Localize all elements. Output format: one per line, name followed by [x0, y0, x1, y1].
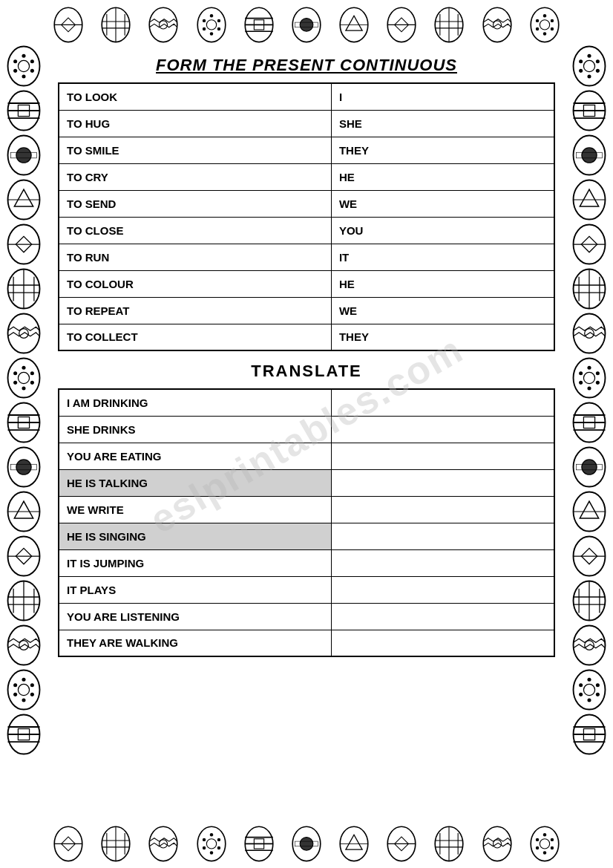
- svg-point-2: [22, 54, 25, 58]
- svg-point-190: [543, 851, 546, 854]
- svg-point-192: [551, 838, 554, 841]
- egg-icon: [243, 825, 275, 862]
- svg-point-73: [574, 46, 606, 85]
- svg-point-36: [13, 381, 17, 385]
- egg-icon: [571, 668, 607, 711]
- svg-point-80: [596, 69, 600, 73]
- svg-point-139: [579, 693, 583, 696]
- egg-icon: [196, 6, 227, 43]
- pronoun-cell: HE: [331, 163, 554, 190]
- svg-point-3: [22, 74, 25, 78]
- table-row: YOU ARE EATING: [59, 443, 554, 469]
- top-egg-row: [45, 6, 568, 43]
- egg-icon: [6, 178, 42, 221]
- svg-point-211: [217, 19, 220, 22]
- egg-icon: [100, 6, 131, 43]
- table-row: TO COLOURHE: [59, 270, 554, 297]
- phrase-cell: HE IS SINGING: [59, 523, 331, 549]
- egg-icon: [148, 825, 179, 862]
- svg-point-105: [587, 366, 591, 370]
- page: eslprintables.com // Will be rendered be…: [0, 0, 613, 868]
- svg-point-238: [543, 14, 546, 17]
- svg-point-191: [536, 838, 539, 841]
- svg-point-206: [197, 7, 226, 42]
- svg-point-66: [13, 693, 17, 696]
- svg-point-236: [531, 7, 559, 42]
- egg-icon: [571, 356, 607, 399]
- phrase-cell: IT IS JUMPING: [59, 549, 331, 576]
- svg-point-76: [587, 74, 591, 78]
- svg-point-109: [579, 381, 583, 385]
- svg-point-208: [209, 14, 212, 17]
- table-row: TO SMILETHEY: [59, 137, 554, 163]
- egg-icon: [6, 579, 42, 622]
- svg-point-32: [22, 366, 25, 370]
- egg-icon: [529, 825, 560, 862]
- phrase-cell: YOU ARE LISTENING: [59, 603, 331, 630]
- svg-point-243: [551, 27, 554, 30]
- egg-icon: [338, 6, 370, 43]
- svg-point-103: [574, 358, 606, 397]
- egg-icon: [571, 713, 607, 756]
- svg-point-7: [30, 69, 34, 73]
- svg-point-242: [536, 27, 539, 30]
- egg-icon: [6, 356, 42, 399]
- egg-icon: [482, 825, 513, 862]
- verb-cell: TO CRY: [59, 163, 331, 190]
- table-row: THEY ARE WALKING: [59, 630, 554, 656]
- svg-point-239: [543, 32, 546, 35]
- phrase-cell: IT PLAYS: [59, 576, 331, 603]
- verb-cell: TO SEND: [59, 190, 331, 217]
- table-row: TO RUNIT: [59, 244, 554, 270]
- verb-cell: TO REPEAT: [59, 297, 331, 324]
- egg-icon: [6, 668, 42, 711]
- svg-point-33: [22, 386, 25, 390]
- egg-icon: [571, 267, 607, 310]
- svg-point-4: [13, 59, 17, 63]
- translation-cell: [331, 469, 554, 496]
- svg-point-0: [8, 46, 40, 85]
- table-row: TO SENDWE: [59, 190, 554, 217]
- egg-icon: [571, 134, 607, 177]
- translation-cell: [331, 549, 554, 576]
- egg-icon: [386, 6, 417, 43]
- phrase-cell: I AM DRINKING: [59, 389, 331, 416]
- egg-icon: [571, 446, 607, 489]
- svg-point-63: [22, 698, 25, 702]
- svg-point-160: [209, 851, 212, 854]
- svg-point-108: [596, 371, 600, 375]
- table-row: HE IS SINGING: [59, 523, 554, 549]
- egg-icon: [291, 825, 322, 862]
- svg-point-34: [13, 371, 17, 375]
- egg-icon: [433, 825, 465, 862]
- translation-cell: [331, 523, 554, 549]
- svg-point-75: [587, 54, 591, 58]
- svg-point-193: [536, 846, 539, 849]
- verb-cell: TO RUN: [59, 244, 331, 270]
- table-row: TO CRYHE: [59, 163, 554, 190]
- verb-cell: TO HUG: [59, 110, 331, 137]
- translation-cell: [331, 630, 554, 656]
- table-row: TO CLOSEYOU: [59, 217, 554, 244]
- table-row: I AM DRINKING: [59, 389, 554, 416]
- svg-point-14: [16, 148, 31, 163]
- egg-icon: [571, 490, 607, 533]
- verb-cell: TO CLOSE: [59, 217, 331, 244]
- svg-point-161: [202, 838, 205, 841]
- phrase-cell: WE WRITE: [59, 496, 331, 523]
- phrase-cell: THEY ARE WALKING: [59, 630, 331, 656]
- pronoun-cell: WE: [331, 190, 554, 217]
- pronoun-cell: WE: [331, 297, 554, 324]
- egg-icon: [571, 223, 607, 266]
- table-row: TO COLLECTTHEY: [59, 324, 554, 350]
- svg-point-110: [596, 381, 600, 385]
- svg-point-107: [579, 371, 583, 375]
- table-row: WE WRITE: [59, 496, 554, 523]
- svg-point-78: [596, 59, 600, 63]
- svg-point-194: [551, 846, 554, 849]
- egg-icon: [6, 267, 42, 310]
- pronoun-cell: THEY: [331, 137, 554, 163]
- svg-point-162: [217, 838, 220, 841]
- form-table: TO LOOKITO HUGSHETO SMILETHEYTO CRYHETO …: [58, 82, 555, 351]
- verb-cell: TO SMILE: [59, 137, 331, 163]
